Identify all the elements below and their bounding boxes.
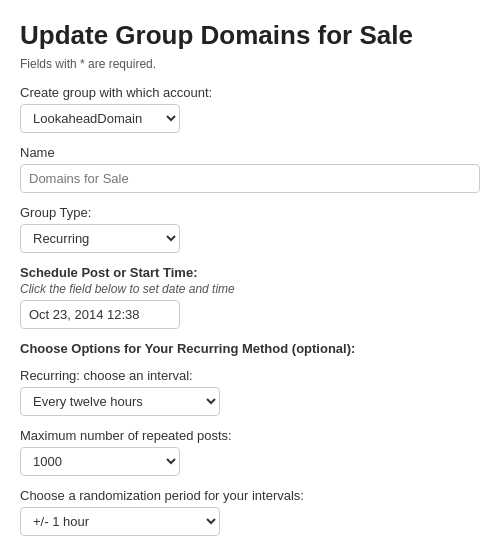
page-title: Update Group Domains for Sale — [20, 20, 480, 51]
randomization-label: Choose a randomization period for your i… — [20, 488, 480, 503]
max-posts-label: Maximum number of repeated posts: — [20, 428, 480, 443]
name-group: Name — [20, 145, 480, 193]
schedule-group: Schedule Post or Start Time: Click the f… — [20, 265, 480, 329]
schedule-label: Schedule Post or Start Time: — [20, 265, 480, 280]
main-content: Update Group Domains for Sale Fields wit… — [0, 0, 500, 536]
schedule-sublabel: Click the field below to set date and ti… — [20, 282, 480, 296]
required-note: Fields with * are required. — [20, 57, 480, 71]
interval-group: Recurring: choose an interval: Every twe… — [20, 368, 480, 416]
name-input[interactable] — [20, 164, 480, 193]
recurring-options-label: Choose Options for Your Recurring Method… — [20, 341, 480, 356]
schedule-input[interactable] — [20, 300, 180, 329]
account-select[interactable]: LookaheadDomain — [20, 104, 180, 133]
randomization-select[interactable]: +/- 1 hour — [20, 507, 220, 536]
randomization-group: Choose a randomization period for your i… — [20, 488, 480, 536]
account-label: Create group with which account: — [20, 85, 480, 100]
name-label: Name — [20, 145, 480, 160]
group-type-group: Group Type: Recurring — [20, 205, 480, 253]
group-type-select[interactable]: Recurring — [20, 224, 180, 253]
interval-label: Recurring: choose an interval: — [20, 368, 480, 383]
max-posts-select[interactable]: 1000 — [20, 447, 180, 476]
group-type-label: Group Type: — [20, 205, 480, 220]
recurring-options-group: Choose Options for Your Recurring Method… — [20, 341, 480, 356]
max-posts-group: Maximum number of repeated posts: 1000 — [20, 428, 480, 476]
interval-select[interactable]: Every twelve hours — [20, 387, 220, 416]
account-group: Create group with which account: Lookahe… — [20, 85, 480, 133]
